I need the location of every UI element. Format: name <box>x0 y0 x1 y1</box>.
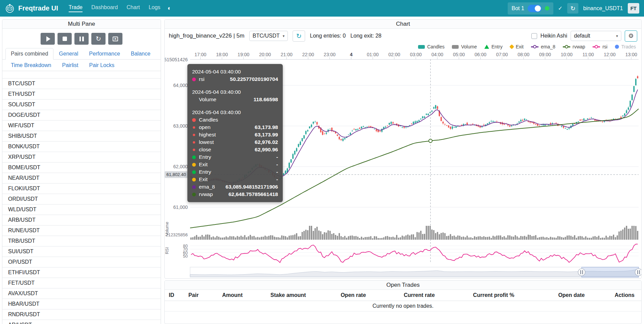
nav-link-chart[interactable]: Chart <box>122 0 144 17</box>
svg-text:13:00: 13:00 <box>625 52 637 57</box>
pair-item-btc-usdt[interactable]: BTC/USDT <box>2 79 161 89</box>
pair-select[interactable]: BTC/USDT ▾ <box>249 31 288 41</box>
svg-text:20:00: 20:00 <box>259 52 271 57</box>
datazoom-handle-icon <box>635 269 642 276</box>
svg-text:23:00: 23:00 <box>324 52 336 57</box>
legend-item-rsi[interactable]: rsi <box>593 44 607 49</box>
bot-selector[interactable]: Bot 1 <box>508 2 553 15</box>
pair-item-op-usdt[interactable]: OP/USDT <box>2 257 161 267</box>
pair-item-eth-usdt[interactable]: ETH/USDT <box>2 89 161 100</box>
pause-button[interactable] <box>74 33 89 45</box>
legend-label: Trades <box>621 44 636 49</box>
pair-item-bonk-usdt[interactable]: BONK/USDT <box>2 142 161 152</box>
chart-toolbar: high_frog_binance_v226 | 5m BTC/USDT ▾ ↻… <box>165 29 641 43</box>
nav-link-label: Trade <box>69 4 83 12</box>
legend-item-candles[interactable]: Candles <box>418 44 444 49</box>
reload-bot-button[interactable]: ↻ <box>567 3 578 14</box>
avatar[interactable]: FT <box>628 3 639 14</box>
navbar-right: Bot 1 ✓ ↻ binance_USDT1 FT <box>508 2 640 15</box>
legend-item-exit[interactable]: Exit <box>510 44 524 49</box>
pair-item-near-usdt[interactable]: NEAR/USDT <box>2 173 161 183</box>
pair-item-ethfi-usdt[interactable]: ETHFI/USDT <box>2 267 161 278</box>
legend-item-trades[interactable]: Trades <box>615 44 636 49</box>
svg-text:08:00: 08:00 <box>518 52 529 57</box>
legend-label: Exit <box>516 44 524 49</box>
pair-item-fet-usdt[interactable]: FET/USDT <box>2 278 161 288</box>
stop-button[interactable] <box>58 33 72 45</box>
svg-text:02:00: 02:00 <box>388 52 400 57</box>
plot-settings-button[interactable]: ⚙ <box>625 30 637 42</box>
brand: Freqtrade UI <box>5 3 58 14</box>
datazoom-slider[interactable] <box>190 267 642 277</box>
legend-item-ema-8[interactable]: ema_8 <box>531 44 555 49</box>
column-header-open-date: Open date <box>535 290 608 301</box>
pair-item-wif-usdt[interactable]: WIF/USDT <box>2 121 161 131</box>
legend-item-rvwap[interactable]: rvwap <box>563 44 585 49</box>
candles-legend-marker-icon <box>418 45 425 49</box>
candlestick-chart[interactable]: 17:0018:0019:0020:0021:0022:0023:00401:0… <box>165 50 642 279</box>
pair-item-bome-usdt[interactable]: BOME/USDT <box>2 163 161 173</box>
open-trades-header-row: IDPairAmountStake amountOpen rateCurrent… <box>165 290 641 301</box>
pause-icon <box>79 37 84 41</box>
pair-item-xrp-usdt[interactable]: XRP/USDT <box>2 152 161 163</box>
tab-general[interactable]: General <box>53 48 84 60</box>
tab-balance[interactable]: Balance <box>125 48 156 60</box>
bot-toggle[interactable] <box>528 5 542 12</box>
open-trades-table: IDPairAmountStake amountOpen rateCurrent… <box>165 290 641 311</box>
legend-item-volume[interactable]: Volume <box>452 44 477 49</box>
open-trades-title: Open Trades <box>165 281 641 290</box>
pair-item-arb-usdt[interactable]: ARB/USDT <box>2 215 161 225</box>
bot-name: Bot 1 <box>512 5 524 12</box>
pair-item-wld-usdt[interactable]: WLD/USDT <box>2 204 161 215</box>
svg-text:21:00: 21:00 <box>281 52 293 57</box>
tab-pair-locks[interactable]: Pair Locks <box>84 60 120 71</box>
pair-item-ar-usdt[interactable]: AR/USDT <box>2 320 161 324</box>
svg-text:09:00: 09:00 <box>539 52 551 57</box>
svg-text:03:00: 03:00 <box>410 52 422 57</box>
svg-text:05:00: 05:00 <box>453 52 465 57</box>
heikin-ashi-checkbox[interactable] <box>531 33 537 39</box>
pair-item-trb-usdt[interactable]: TRB/USDT <box>2 236 161 246</box>
pair-item-floki-usdt[interactable]: FLOKI/USDT <box>2 183 161 194</box>
tab-row: Pairs combinedGeneralPerformanceBalance <box>2 48 161 60</box>
nav-link-trade[interactable]: Trade <box>64 0 87 17</box>
datazoom-handle-icon <box>578 269 585 276</box>
pair-list: BTC/USDTETH/USDTSOL/USDTDOGE/USDTWIF/USD… <box>2 78 161 324</box>
volume-legend-marker-icon <box>452 45 459 49</box>
nav-link-logs[interactable]: Logs <box>144 0 165 17</box>
legend-label: Candles <box>427 44 444 49</box>
refresh-chart-button[interactable]: ↻ <box>293 30 305 42</box>
pair-item-hbar-usdt[interactable]: HBAR/USDT <box>2 299 161 309</box>
legend-label: Entry <box>491 44 503 49</box>
pair-item-sol-usdt[interactable]: SOL/USDT <box>2 100 161 110</box>
plot-config-select[interactable]: default ▾ <box>571 31 621 41</box>
toggle-knob <box>535 5 541 12</box>
pair-item-sui-usdt[interactable]: SUI/USDT <box>2 246 161 257</box>
theme-toggle-icon[interactable]: ◐ <box>167 5 171 12</box>
svg-text:22:00: 22:00 <box>302 52 314 57</box>
online-status-dot <box>545 6 549 10</box>
nav-link-label: Chart <box>127 4 140 12</box>
tab-time-breakdown[interactable]: Time Breakdown <box>5 60 56 71</box>
nav-link-label: Logs <box>148 4 160 12</box>
pair-item-avax-usdt[interactable]: AVAX/USDT <box>2 288 161 299</box>
reload-button[interactable]: ↻ <box>91 33 106 45</box>
svg-text:515051426: 515051426 <box>165 57 188 62</box>
navbar: Freqtrade UI TradeDashboardChartLogs ◐ B… <box>0 0 644 17</box>
svg-text:04:00: 04:00 <box>432 52 443 57</box>
plot-config-value: default <box>574 33 590 39</box>
nav-link-dashboard[interactable]: Dashboard <box>87 0 122 17</box>
pair-item-rndr-usdt[interactable]: RNDR/USDT <box>2 309 161 320</box>
pair-item-ordi-usdt[interactable]: ORDI/USDT <box>2 194 161 204</box>
column-header-amount: Amount <box>209 290 256 301</box>
tab-performance[interactable]: Performance <box>84 48 125 60</box>
tab-pairs-combined[interactable]: Pairs combined <box>5 48 53 60</box>
tab-pairlist[interactable]: Pairlist <box>56 60 84 71</box>
play-button[interactable] <box>41 33 55 45</box>
column-header-stake-amount: Stake amount <box>256 290 320 301</box>
legend-item-entry[interactable]: Entry <box>484 44 503 49</box>
force-exit-button[interactable]: × <box>108 33 122 45</box>
pair-item-rune-usdt[interactable]: RUNE/USDT <box>2 225 161 236</box>
pair-item-doge-usdt[interactable]: DOGE/USDT <box>2 110 161 121</box>
pair-item-shib-usdt[interactable]: SHIB/USDT <box>2 131 161 142</box>
